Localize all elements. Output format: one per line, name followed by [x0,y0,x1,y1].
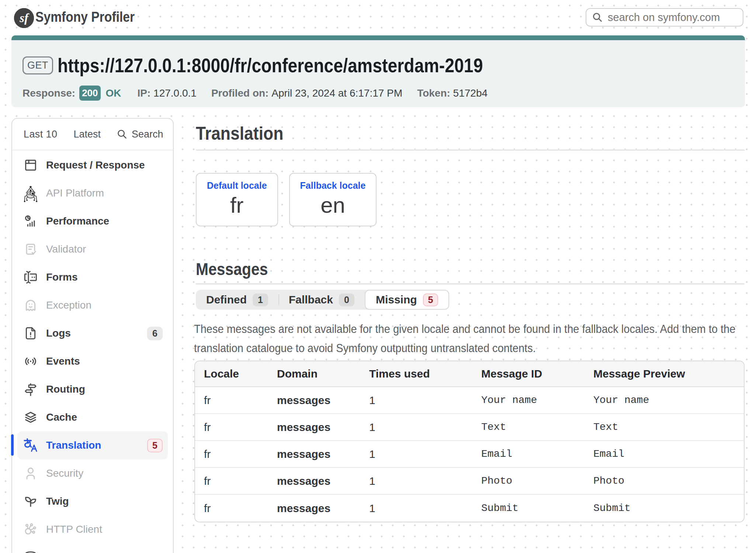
svg-text:sf: sf [19,11,30,25]
